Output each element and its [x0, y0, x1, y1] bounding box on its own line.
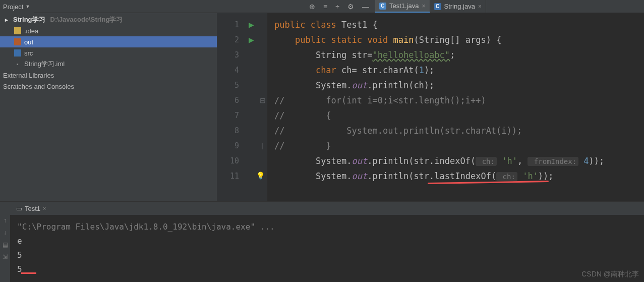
tree-item-idea[interactable]: .idea	[0, 25, 217, 36]
tab-test1[interactable]: C Test1.java ×	[375, 0, 430, 13]
tree-item-label: .idea	[24, 27, 38, 35]
line-number: 4	[217, 63, 244, 78]
line-number: 5	[217, 78, 244, 93]
gear-icon[interactable]: ⚙	[347, 3, 354, 11]
tree-root-name: String学习	[13, 15, 45, 24]
intention-bulb-icon[interactable]: 💡	[256, 172, 265, 180]
line-number: 1	[217, 17, 244, 32]
run-side-toolbar: ↑ ↓ ▤ ⇲	[0, 202, 10, 282]
java-class-icon: C	[434, 3, 441, 10]
line-number: 3	[217, 47, 244, 63]
console-command: "C:\Program Files\Java\jdk1.8.0_192\bin\…	[17, 220, 637, 234]
down-icon[interactable]: ↓	[4, 229, 7, 236]
up-icon[interactable]: ↑	[4, 217, 7, 224]
line-number: 8	[217, 123, 244, 138]
export-icon[interactable]: ⇲	[3, 253, 8, 260]
console-output[interactable]: "C:\Program Files\Java\jdk1.8.0_192\bin\…	[10, 215, 644, 281]
folder-icon	[14, 49, 21, 57]
editor-tabs: C Test1.java × C String.java ×	[375, 0, 644, 13]
tree-item-label: External Libraries	[3, 72, 54, 79]
line-number: 11	[217, 168, 244, 184]
line-number: 7	[217, 108, 244, 123]
tree-root[interactable]: ▸ String学习 D:\Javacode\String学习	[0, 14, 217, 25]
run-config-icon: ▭	[16, 205, 22, 212]
project-toolbar: ⊕ ≡ ÷ ⚙ —	[303, 0, 375, 13]
collapse-icon[interactable]: ÷	[335, 3, 339, 11]
toolbar-spacer	[34, 0, 303, 13]
console-line: 5	[17, 262, 637, 276]
target-icon[interactable]: ⊕	[309, 3, 315, 11]
fold-marker[interactable]: ⊟	[258, 93, 267, 108]
console-line: 5	[17, 248, 637, 262]
console-line: e	[17, 234, 637, 248]
tab-label: Test1.java	[389, 2, 419, 10]
filter-icon[interactable]: ▤	[3, 241, 8, 248]
file-icon: ▪	[14, 61, 21, 68]
line-number: 6	[217, 93, 244, 108]
tab-label: String.java	[444, 3, 475, 10]
tree-item-label: Scratches and Consoles	[3, 83, 74, 90]
tree-external-libs[interactable]: External Libraries	[0, 70, 217, 81]
tab-string[interactable]: C String.java ×	[430, 0, 486, 13]
run-icon[interactable]: ▶	[249, 21, 254, 29]
hide-icon[interactable]: —	[362, 3, 369, 11]
tree-item-src[interactable]: src	[0, 47, 217, 59]
tree-item-label: String学习.iml	[24, 60, 65, 69]
run-tool-window: ↑ ↓ ▤ ⇲ ▭ Test1 × "C:\Program Files\Java…	[0, 201, 644, 282]
line-number: 10	[217, 153, 244, 168]
tree-root-path: D:\Javacode\String学习	[50, 15, 123, 24]
annotation-underline	[21, 272, 36, 274]
folder-icon	[14, 27, 21, 34]
line-number: 9	[217, 138, 244, 153]
tree-item-out[interactable]: out	[0, 36, 217, 47]
tree-item-label: out	[24, 38, 33, 46]
line-number: 2	[217, 32, 244, 47]
folder-icon	[14, 38, 21, 45]
close-icon[interactable]: ×	[43, 205, 46, 211]
fold-end[interactable]: ⌊	[258, 138, 267, 153]
run-icon[interactable]: ▶	[249, 36, 254, 44]
run-tab-label: Test1	[25, 205, 40, 212]
run-tab[interactable]: ▭ Test1 ×	[13, 205, 49, 212]
code-editor[interactable]: 1 2 3 4 5 6 7 8 9 10 11 ▶ ▶ ⊟ ⌊ public c…	[217, 13, 644, 201]
tree-item-iml[interactable]: ▪ String学习.iml	[0, 59, 217, 70]
close-icon[interactable]: ×	[422, 3, 425, 10]
code-content[interactable]: public class Test1 { public static void …	[267, 13, 644, 201]
project-tool-label[interactable]: Project ▼	[0, 0, 34, 13]
tree-item-label: src	[24, 49, 33, 57]
sort-icon[interactable]: ≡	[323, 3, 327, 11]
close-icon[interactable]: ×	[478, 3, 482, 10]
java-class-icon: C	[379, 3, 386, 10]
project-tree: ▸ String学习 D:\Javacode\String学习 .idea ou…	[0, 13, 217, 201]
line-number-gutter: 1 2 3 4 5 6 7 8 9 10 11	[217, 13, 244, 201]
project-label-text: Project	[3, 3, 23, 11]
folder-icon: ▸	[3, 16, 10, 23]
watermark-text: CSDN @南种北李	[581, 270, 639, 279]
run-tabs: ▭ Test1 ×	[10, 202, 644, 215]
chevron-down-icon: ▼	[25, 4, 30, 9]
tree-scratches[interactable]: Scratches and Consoles	[0, 81, 217, 92]
